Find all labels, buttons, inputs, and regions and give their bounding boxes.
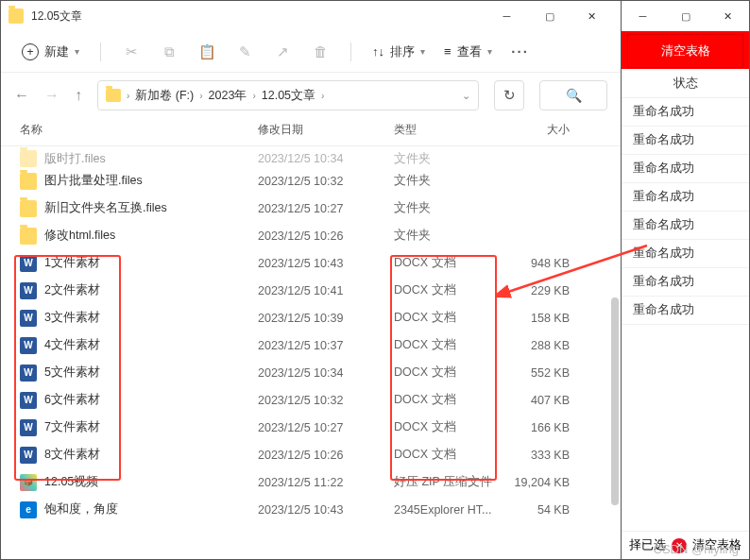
file-size: 288 KB [503,339,570,352]
refresh-button[interactable]: ↻ [494,80,524,110]
delete-icon[interactable]: 🗑 [303,37,337,67]
chevron-right-icon: › [199,91,202,101]
breadcrumb-item[interactable]: 12.05文章 [262,88,315,104]
docx-icon: W [20,282,37,299]
column-headers: 名称 修改日期 类型 大小 [1,118,621,146]
file-size: 333 KB [503,449,570,462]
status-row: 重命名成功 [622,183,749,212]
file-size: 229 KB [503,284,570,297]
file-row[interactable]: W4文件素材2023/12/5 10:37DOCX 文档288 KB [1,331,621,359]
folder-icon [9,8,24,24]
clear-table-button[interactable]: 清空表格 [627,34,743,68]
docx-icon: W [20,255,37,272]
cut-icon[interactable]: ✂ [114,37,148,67]
file-name: 12.05视频 [44,474,258,490]
scrollbar[interactable] [611,297,619,505]
file-row[interactable]: 新旧文件夹名互换.files2023/12/5 10:27文件夹 [1,195,621,222]
breadcrumb[interactable]: › 新加卷 (F:) › 2023年 › 12.05文章 › ⌄ [97,80,479,110]
window-title: 12.05文章 [31,8,82,25]
file-row[interactable]: W3文件素材2023/12/5 10:39DOCX 文档158 KB [1,304,621,331]
file-size: 158 KB [503,312,570,325]
chevron-down-icon: ▾ [75,46,79,57]
folder-icon [20,200,37,217]
back-button[interactable]: ← [14,87,29,104]
col-size[interactable]: 大小 [503,122,570,138]
file-type: DOCX 文档 [394,447,503,463]
file-type: 文件夹 [394,200,503,216]
side-title-bar: ─ ▢ ✕ [622,1,749,31]
html-icon: e [20,501,37,518]
chevron-down-icon[interactable]: ⌄ [462,90,470,102]
file-size: 166 KB [503,421,570,434]
rename-icon[interactable]: ✎ [228,37,262,67]
search-input[interactable]: 🔍 [539,80,607,110]
status-row: 重命名成功 [622,98,749,127]
file-row[interactable]: W8文件素材2023/12/5 10:26DOCX 文档333 KB [1,441,621,468]
status-row: 重命名成功 [622,155,749,183]
breadcrumb-item[interactable]: 新加卷 (F:) [135,88,194,104]
file-type: DOCX 文档 [394,310,503,326]
file-name: 7文件素材 [44,419,258,435]
file-name: 8文件素材 [44,447,258,463]
paste-icon[interactable]: 📋 [190,37,224,67]
col-name[interactable]: 名称 [20,122,258,138]
side-panel: ─ ▢ ✕ 清空表格 状态 重命名成功重命名成功重命名成功重命名成功重命名成功重… [622,0,750,560]
view-button[interactable]: ≡ 查看 ▾ [436,40,500,64]
file-date: 2023/12/5 10:41 [258,284,394,297]
share-icon[interactable]: ↗ [265,37,299,67]
file-row[interactable]: W2文件素材2023/12/5 10:41DOCX 文档229 KB [1,277,621,304]
close-button[interactable]: ✕ [707,1,749,31]
zip-icon: 📦 [20,474,37,491]
folder-icon [20,150,37,167]
separator [350,42,351,61]
forward-button[interactable]: → [44,87,60,104]
window-controls: ─ ▢ ✕ [486,1,613,31]
docx-icon: W [20,365,37,382]
breadcrumb-item[interactable]: 2023年 [209,88,247,104]
file-date: 2023/12/5 11:22 [258,476,394,489]
file-row[interactable]: 版时打.files 2023/12/5 10:34 文件夹 [1,150,621,167]
file-row[interactable]: W5文件素材2023/12/5 10:34DOCX 文档552 KB [1,359,621,386]
more-button[interactable]: ··· [503,37,537,67]
new-button-label: 新建 [44,43,69,60]
col-type[interactable]: 类型 [394,122,503,138]
col-date[interactable]: 修改日期 [258,122,394,138]
watermark: CSDN @hlyling [654,542,740,556]
file-size: 54 KB [503,503,570,517]
sort-button[interactable]: ↑↓ 排序 ▾ [365,40,433,64]
file-row[interactable]: W1文件素材2023/12/5 10:43DOCX 文档948 KB [1,249,621,277]
file-row[interactable]: 📦12.05视频2023/12/5 11:22好压 ZIP 压缩文件19,204… [1,468,621,496]
file-date: 2023/12/5 10:26 [258,229,394,243]
view-icon: ≡ [444,44,452,59]
copy-icon[interactable]: ⧉ [152,37,186,67]
file-size: 552 KB [503,366,570,380]
file-date: 2023/12/5 10:43 [258,503,394,517]
file-row[interactable]: 修改html.files2023/12/5 10:26文件夹 [1,222,621,249]
up-button[interactable]: ↑ [75,87,82,104]
file-row[interactable]: W7文件素材2023/12/5 10:27DOCX 文档166 KB [1,414,621,441]
file-row[interactable]: 图片批量处理.files2023/12/5 10:32文件夹 [1,167,621,195]
file-type: DOCX 文档 [394,255,503,271]
chevron-right-icon: › [252,91,255,101]
status-list: 重命名成功重命名成功重命名成功重命名成功重命名成功重命名成功重命名成功重命名成功 [622,98,749,325]
file-size: 948 KB [503,257,570,270]
sort-label: 排序 [390,43,415,60]
file-row[interactable]: W6文件素材2023/12/5 10:32DOCX 文档407 KB [1,386,621,414]
plus-icon: + [22,43,39,60]
status-header: 状态 [622,69,749,98]
minimize-button[interactable]: ─ [622,1,664,31]
maximize-button[interactable]: ▢ [664,1,707,31]
new-button[interactable]: + 新建 ▾ [14,40,87,64]
file-row[interactable]: e饱和度，角度2023/12/5 10:432345Explorer HT...… [1,496,621,523]
red-banner: 清空表格 [622,31,749,69]
docx-icon: W [20,419,37,436]
minimize-button[interactable]: ─ [486,1,528,31]
file-type: DOCX 文档 [394,392,503,408]
chevron-down-icon: ▾ [487,46,492,57]
status-row: 重命名成功 [622,212,749,240]
close-button[interactable]: ✕ [571,1,613,31]
file-size: 407 KB [503,394,570,407]
file-date: 2023/12/5 10:39 [258,312,394,325]
maximize-button[interactable]: ▢ [528,1,571,31]
file-date: 2023/12/5 10:27 [258,202,394,215]
